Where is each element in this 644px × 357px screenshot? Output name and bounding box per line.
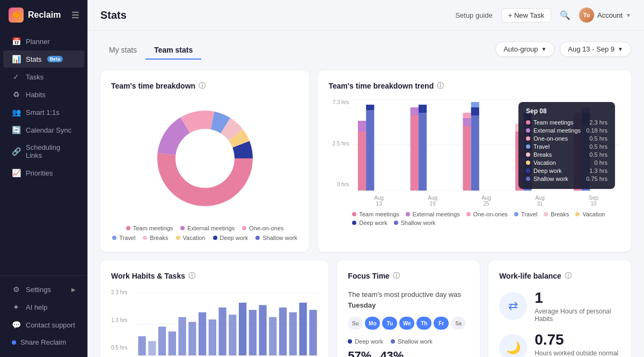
svg-rect-15 <box>366 105 374 110</box>
team-time-trend-card: Team's time breakdown trend ⓘ 7.3 hrs 2.… <box>318 70 631 252</box>
main-content: Stats Setup guide + New Task 🔍 To Accoun… <box>87 0 644 357</box>
tooltip-dot-2 <box>526 136 530 141</box>
tooltip-dot-3 <box>526 144 530 149</box>
stats-icon: 📊 <box>12 55 20 63</box>
svg-rect-23 <box>471 115 479 191</box>
svg-rect-20 <box>463 126 471 191</box>
svg-rect-46 <box>209 319 216 355</box>
svg-rect-41 <box>158 326 166 355</box>
sidebar-item-settings[interactable]: ⚙ Settings ▶ <box>3 281 84 298</box>
account-button[interactable]: To Account ▼ <box>579 8 631 23</box>
team-time-breakdown-card: Team's time breakdown ⓘ <box>100 70 309 252</box>
sidebar-item-priorities[interactable]: 📈 Priorities <box>3 164 84 181</box>
svg-rect-48 <box>229 315 236 355</box>
sidebar-nav: 📅 Planner 📊 Stats Beta ✓ Tasks ♻ Habits … <box>0 30 87 275</box>
day-th: Th <box>416 317 431 330</box>
legend-dot-deep-work <box>213 236 217 240</box>
sidebar-item-planner[interactable]: 📅 Planner <box>3 33 84 50</box>
app-logo[interactable]: 🔶 Reclaim ☰ <box>0 0 87 30</box>
focus-legend: Deep work Shallow work <box>348 338 469 345</box>
focus-pct-row: 57% 43% <box>348 349 469 357</box>
date-chevron-icon: ▼ <box>618 46 623 52</box>
tab-my-stats[interactable]: My stats <box>100 41 145 60</box>
work-habits-info-icon[interactable]: ⓘ <box>188 271 195 281</box>
date-range-filter[interactable]: Aug 13 - Sep 9 ▼ <box>560 41 631 57</box>
sidebar-item-ai-help[interactable]: ✦ AI help <box>3 298 84 316</box>
tooltip-dot-6 <box>526 169 530 173</box>
svg-rect-16 <box>411 115 419 191</box>
new-task-label: + New Task <box>508 11 544 19</box>
sidebar-item-calendar-sync[interactable]: 🔄 Calendar Sync <box>3 121 84 139</box>
svg-rect-47 <box>218 308 226 355</box>
day-sa: Sa <box>451 317 466 330</box>
sidebar-label-settings: Settings <box>26 286 51 294</box>
info-icon[interactable]: ⓘ <box>199 81 206 91</box>
work-habits-y-labels: 2.3 hrs 1.3 hrs 0.5 hrs <box>111 289 133 351</box>
tab-team-stats[interactable]: Team stats <box>145 41 201 60</box>
day-tu: Tu <box>382 317 397 330</box>
y-axis-labels: 7.3 hrs 2.5 hrs 0 hrs <box>328 99 349 187</box>
sidebar-label-smart-1on1: Smart 1:1s <box>26 108 60 116</box>
shallow-work-pct: 43% <box>380 349 404 357</box>
group-chevron-icon: ▼ <box>541 46 546 52</box>
logo-icon: 🔶 <box>9 8 24 23</box>
focus-time-card: Focus Time ⓘ The team's most productive … <box>337 260 480 357</box>
svg-rect-43 <box>178 317 186 355</box>
focus-time-info-icon[interactable]: ⓘ <box>393 271 400 281</box>
sidebar-item-stats[interactable]: 📊 Stats Beta <box>3 50 84 68</box>
sidebar-label-scheduling-links: Scheduling Links <box>26 143 76 159</box>
svg-rect-51 <box>259 305 266 355</box>
work-habits-bars <box>136 289 318 357</box>
habits-icon: ♻ <box>12 90 20 99</box>
tooltip-row-external-meetings: External meetings 0.18 hrs <box>526 127 608 134</box>
legend-external-meetings: External meetings <box>180 225 235 231</box>
legend-team-meetings: Team meetings <box>126 225 173 231</box>
sidebar-label-tasks: Tasks <box>26 73 43 81</box>
legend-dot-team-meetings <box>126 226 130 230</box>
content-area: My stats Team stats Auto-group ▼ Aug 13 … <box>87 31 644 357</box>
focus-time-description: The team's most productive day was Tuesd… <box>348 289 469 310</box>
tooltip-dot-4 <box>526 152 530 157</box>
trend-info-icon[interactable]: ⓘ <box>437 81 444 91</box>
search-icon[interactable]: 🔍 <box>560 10 570 20</box>
sidebar-label-contact-support: Contact support <box>26 321 75 329</box>
legend-breaks: Breaks <box>143 235 168 241</box>
svg-rect-52 <box>269 317 276 355</box>
auto-group-filter[interactable]: Auto-group ▼ <box>495 41 554 57</box>
account-chevron-icon: ▼ <box>626 12 631 18</box>
focus-time-title: Focus Time ⓘ <box>348 271 469 281</box>
sidebar-item-smart-1on1[interactable]: 👥 Smart 1:1s <box>3 104 84 121</box>
team-time-breakdown-title: Team's time breakdown ⓘ <box>111 81 298 91</box>
svg-rect-13 <box>358 121 366 132</box>
sidebar-item-tasks[interactable]: ✓ Tasks <box>3 68 84 85</box>
scheduling-links-icon: 🔗 <box>12 147 20 156</box>
work-habits-title: Work Habits & Tasks ⓘ <box>111 271 318 281</box>
sidebar-label-stats: Stats <box>26 55 42 63</box>
share-reclaim-button[interactable]: Share Reclaim <box>3 334 84 351</box>
app-name: Reclaim <box>28 10 61 20</box>
tooltip-row-team-meetings: Team meetings 2.3 hrs <box>526 119 608 126</box>
legend-dot-travel <box>112 236 116 240</box>
new-task-button[interactable]: + New Task <box>501 8 551 23</box>
sidebar-item-habits[interactable]: ♻ Habits <box>3 86 84 103</box>
svg-rect-25 <box>471 102 479 107</box>
tooltip-row-one-on-ones: One-on-ones 0.5 hrs <box>526 135 608 142</box>
svg-rect-49 <box>239 303 246 355</box>
svg-rect-14 <box>366 110 374 191</box>
tooltip-row-travel: Travel 0.5 hrs <box>526 143 608 150</box>
account-label: Account <box>597 11 623 19</box>
svg-rect-22 <box>463 113 471 118</box>
tooltip-row-shallow-work: Shallow work 0.75 hrs <box>526 176 608 182</box>
svg-rect-17 <box>411 107 419 115</box>
sidebar-item-scheduling-links[interactable]: 🔗 Scheduling Links <box>3 139 84 164</box>
tasks-icon: ✓ <box>12 72 20 81</box>
avatar: To <box>579 8 594 23</box>
smart-1on1-icon: 👥 <box>12 108 20 116</box>
sidebar-item-contact-support[interactable]: 💬 Contact support <box>3 316 84 333</box>
trend-legend: Team meetings External meetings One-on-o… <box>352 211 620 226</box>
settings-arrow-icon: ▶ <box>71 287 76 293</box>
day-pills: Su Mo Tu We Th Fr Sa <box>348 317 469 330</box>
wlb-info-icon[interactable]: ⓘ <box>565 271 572 281</box>
menu-toggle[interactable]: ☰ <box>71 10 79 20</box>
setup-guide-link[interactable]: Setup guide <box>455 11 492 19</box>
